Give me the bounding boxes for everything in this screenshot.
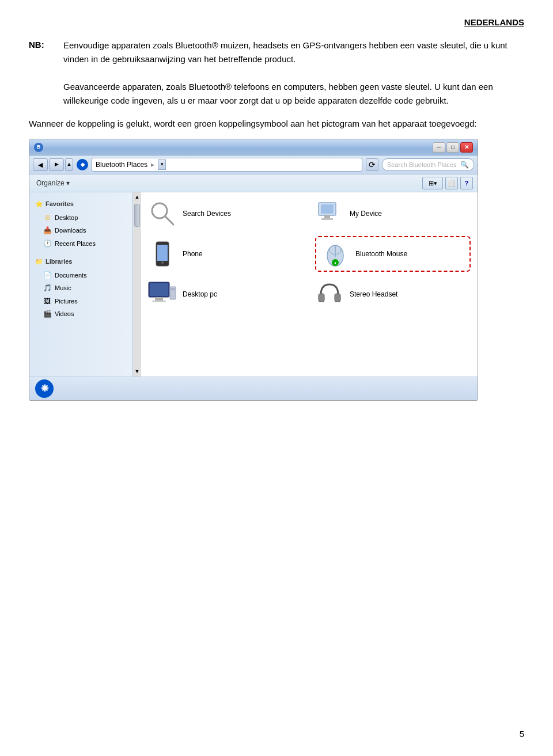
minimize-button[interactable]: ─ [433, 142, 445, 153]
sidebar-item-videos[interactable]: 🎬 Videos [29, 307, 132, 321]
search-bar[interactable]: Search Bluetooth Places 🔍 [382, 158, 474, 171]
phone-icon [148, 240, 177, 268]
documents-icon: 📄 [43, 271, 51, 279]
sidebar-separator-1 [29, 250, 132, 254]
sidebar-item-pictures[interactable]: 🖼 Pictures [29, 295, 132, 308]
address-input[interactable]: Bluetooth Places ▸ ▾ [92, 158, 362, 172]
my-device-item[interactable]: My Device [315, 199, 471, 228]
window-sidebar: ⭐ Favorites 🖥 Desktop 📥 Downloads 🕐 Rece… [29, 192, 133, 377]
coupling-paragraph: Wanneer de koppeling is gelukt, wordt ee… [29, 117, 524, 131]
window-body: ⭐ Favorites 🖥 Desktop 📥 Downloads 🕐 Rece… [29, 192, 478, 377]
sidebar-desktop-label: Desktop [55, 213, 78, 223]
stereo-headset-label: Stereo Headset [350, 289, 397, 299]
svg-rect-20 [319, 294, 324, 302]
bluetooth-addr-icon: ❖ [77, 159, 88, 170]
sidebar-pictures-label: Pictures [55, 297, 78, 306]
sidebar-downloads-label: Downloads [55, 226, 86, 235]
close-button[interactable]: ✕ [460, 142, 473, 153]
sidebar-documents-label: Documents [55, 271, 87, 280]
toolbar-right: ⊞▾ ⬜ ? [422, 177, 473, 189]
sidebar-recent-label: Recent Places [55, 239, 96, 249]
libraries-label: Libraries [46, 257, 72, 267]
bluetooth-mouse-label: Bluetooth Mouse [355, 249, 407, 259]
recent-places-icon: 🕐 [43, 240, 51, 248]
videos-icon: 🎬 [43, 310, 51, 318]
window-titlebar: B ─ □ ✕ [29, 139, 478, 155]
bluetooth-mouse-item[interactable]: ♦ Bluetooth Mouse [315, 236, 471, 272]
svg-rect-4 [324, 215, 330, 218]
scroll-down-arrow[interactable]: ▼ [135, 368, 140, 376]
favorites-label: Favorites [46, 199, 74, 209]
libraries-section: 📁 Libraries [29, 254, 132, 269]
sidebar-item-music[interactable]: 🎵 Music [29, 282, 132, 295]
help-button[interactable]: ? [460, 177, 473, 189]
svg-rect-3 [321, 204, 334, 214]
sidebar-scrollbar[interactable]: ▲ ▼ [133, 192, 141, 377]
page-number: 5 [520, 729, 524, 739]
stereo-headset-item[interactable]: Stereo Headset [315, 280, 471, 309]
sidebar-item-desktop[interactable]: 🖥 Desktop [29, 211, 132, 225]
svg-rect-19 [171, 288, 175, 290]
svg-line-1 [165, 216, 173, 225]
stereo-headset-svg [316, 281, 343, 307]
sidebar-item-downloads[interactable]: 📥 Downloads [29, 224, 132, 237]
scroll-thumb[interactable] [134, 204, 140, 227]
addr-separator: ▸ [151, 159, 154, 170]
nb-text-1: Eenvoudige apparaten zoals Bluetooth® mu… [63, 40, 507, 64]
bluetooth-mouse-svg: ♦ [322, 241, 349, 267]
forward-button[interactable]: ▶ [49, 158, 64, 171]
back-button[interactable]: ◀ [33, 158, 48, 171]
up-button[interactable]: ▲ [65, 158, 73, 171]
phone-item[interactable]: Phone [148, 236, 304, 272]
sidebar-item-documents[interactable]: 📄 Documents [29, 269, 132, 282]
desktop-pc-item[interactable]: Desktop pc [148, 280, 304, 309]
bluetooth-mouse-icon-container: ♦ [321, 240, 350, 268]
my-device-icon [315, 199, 344, 228]
window-toolbar: Organize ▾ ⊞▾ ⬜ ? [29, 174, 478, 192]
sidebar-music-label: Music [55, 283, 71, 293]
search-devices-item[interactable]: Search Devices [148, 199, 304, 228]
sidebar-scroll-area: ⭐ Favorites 🖥 Desktop 📥 Downloads 🕐 Rece… [29, 192, 141, 377]
desktop-pc-icon [148, 280, 177, 309]
sidebar-videos-label: Videos [55, 309, 74, 319]
window-controls[interactable]: ─ □ ✕ [433, 142, 473, 153]
organize-button[interactable]: Organize ▾ [34, 177, 72, 189]
music-icon: 🎵 [43, 284, 51, 292]
device-grid: Search Devices My Device [141, 192, 478, 377]
address-bar: ◀ ▶ ▲ ❖ Bluetooth Places ▸ ▾ ⟳ Search Bl… [29, 155, 478, 174]
favorites-star-icon: ⭐ [35, 199, 43, 209]
svg-rect-15 [150, 283, 168, 296]
phone-svg [149, 241, 176, 267]
window-statusbar: ❋ [29, 377, 478, 400]
nav-buttons[interactable]: ◀ ▶ ▲ [33, 158, 73, 171]
svg-point-8 [161, 261, 164, 264]
titlebar-left: B [34, 143, 43, 152]
organize-label: Organize [36, 178, 65, 188]
address-dropdown[interactable]: ▾ [158, 159, 166, 170]
refresh-button[interactable]: ⟳ [366, 158, 378, 171]
svg-rect-7 [157, 245, 168, 261]
desktop-pc-svg [148, 281, 177, 307]
desktop-pc-label: Desktop pc [183, 289, 217, 299]
phone-label: Phone [183, 249, 203, 259]
view-toggle-button[interactable]: ⊞▾ [422, 177, 443, 189]
pictures-icon: 🖼 [43, 297, 51, 305]
maximize-button[interactable]: □ [446, 142, 459, 153]
screenshot-window: B ─ □ ✕ ◀ ▶ ▲ ❖ [29, 139, 478, 401]
bluetooth-statusbar-icon: ❋ [35, 379, 54, 398]
search-placeholder-text: Search Bluetooth Places [387, 160, 456, 170]
nb-label: NB: [29, 39, 52, 108]
svg-rect-21 [335, 294, 340, 302]
my-device-svg [316, 200, 343, 227]
sidebar-item-recent[interactable]: 🕐 Recent Places [29, 237, 132, 250]
downloads-icon: 📥 [43, 226, 51, 234]
address-text: Bluetooth Places [96, 159, 147, 170]
stereo-headset-icon [315, 280, 344, 309]
organize-dropdown-icon: ▾ [66, 178, 70, 188]
favorites-section: ⭐ Favorites [29, 197, 132, 211]
nb-section: NB: Eenvoudige apparaten zoals Bluetooth… [29, 39, 524, 108]
search-devices-svg [149, 200, 176, 227]
scroll-up-arrow[interactable]: ▲ [135, 193, 140, 202]
preview-pane-button[interactable]: ⬜ [445, 177, 458, 189]
nb-text-2: Geavanceerde apparaten, zoals Bluetooth®… [63, 82, 432, 92]
